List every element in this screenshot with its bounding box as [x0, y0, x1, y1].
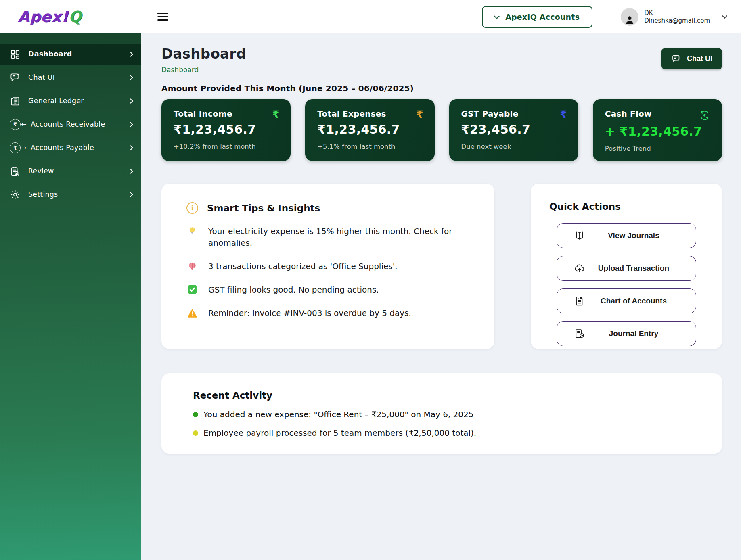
sidebar-item-chat-ui[interactable]: Chat UI — [0, 67, 141, 88]
activity-text: You added a new expense: "Office Rent – … — [203, 410, 473, 419]
chevron-right-icon — [128, 169, 133, 174]
recent-activity-panel: Recent Activity You added a new expense:… — [161, 373, 722, 454]
smart-tips-title: Smart Tips & Insights — [207, 203, 320, 213]
sidebar-item-general-ledger[interactable]: General Ledger — [0, 90, 141, 111]
book-icon — [574, 230, 585, 241]
chat-ui-button[interactable]: Chat UI — [661, 48, 722, 69]
app-root: Apex!Q Dashboard — [0, 0, 741, 560]
dashboard-grid-icon — [10, 49, 26, 60]
warning-icon — [186, 307, 198, 318]
rupee-arrow-right-icon: ₹ → — [10, 142, 28, 153]
stat-card-title: Total Expenses — [317, 109, 386, 119]
stat-card-total-income: Total Income ₹ ₹1,23,456.7 +10.2% from l… — [161, 99, 291, 161]
tip-text: Your electricity expense is 15% higher t… — [208, 226, 458, 249]
ledger-icon — [10, 96, 26, 107]
stat-card-cash-flow: Cash Flow ₹ + ₹1,23,456.7 Positive Trend — [593, 99, 722, 161]
tip-text: 3 transactions categorized as 'Office Su… — [208, 261, 398, 272]
tip-item: GST filing looks good. No pending action… — [186, 284, 473, 296]
check-icon — [186, 284, 198, 295]
logo[interactable]: Apex!Q — [0, 0, 141, 33]
sidebar-item-label: Dashboard — [28, 50, 129, 58]
chevron-down-icon — [722, 13, 727, 19]
user-email: Dineshka@gmail.com — [644, 17, 710, 25]
smart-tips-panel: i Smart Tips & Insights Your electricity… — [161, 184, 494, 349]
main-area: ApexIQ Accounts DK Dineshka@gmail.com Da… — [141, 0, 741, 560]
sidebar-item-label: Accounts Payable — [31, 144, 129, 152]
sidebar-item-label: Chat UI — [28, 73, 129, 81]
upload-transaction-button[interactable]: Upload Transaction — [557, 256, 696, 281]
page-title: Dashboard — [161, 46, 246, 62]
tip-text: GST filing looks good. No pending action… — [208, 284, 379, 296]
content: Dashboard Dashboard Chat UI Amount Provi… — [141, 33, 741, 560]
bulb-icon — [186, 226, 198, 236]
gear-icon — [10, 189, 26, 200]
sidebar-item-accounts-payable[interactable]: ₹ → Accounts Payable — [0, 137, 141, 158]
brain-icon — [186, 261, 198, 272]
quick-actions-title: Quick Actions — [549, 201, 722, 212]
stat-card-value: ₹23,456.7 — [461, 122, 567, 136]
chart-of-accounts-button[interactable]: Chart of Accounts — [557, 288, 696, 313]
rupee-arrow-left-icon: ₹ ← — [10, 119, 28, 130]
stat-card-value: + ₹1,23,456.7 — [605, 124, 711, 138]
tip-item: 3 transactions categorized as 'Office Su… — [186, 261, 473, 272]
stats-section-title: Amount Provided This Month (June 2025 – … — [161, 84, 722, 93]
user-info: DK Dineshka@gmail.com — [644, 9, 710, 25]
stat-card-total-expenses: Total Expenses ₹ ₹1,23,456.7 +5.1% from … — [305, 99, 434, 161]
hamburger-menu-icon[interactable] — [157, 13, 168, 21]
stat-card-note: +10.2% from last month — [174, 143, 279, 150]
stat-card-note: Positive Trend — [605, 145, 711, 153]
user-initials: DK — [644, 9, 710, 17]
chat-sparkle-icon — [10, 72, 26, 83]
tip-text: Reminder: Invoice #INV-003 is overdue by… — [208, 307, 411, 319]
recent-activity-title: Recent Activity — [193, 390, 706, 401]
chat-ui-button-label: Chat UI — [687, 54, 712, 63]
chevron-right-icon — [128, 98, 133, 104]
sidebar-item-settings[interactable]: Settings — [0, 184, 141, 205]
tip-item: Your electricity expense is 15% higher t… — [186, 226, 473, 249]
quick-action-label: Upload Transaction — [585, 264, 688, 273]
sidebar-nav: Dashboard Chat UI — [0, 44, 141, 207]
tip-item: Reminder: Invoice #INV-003 is overdue by… — [186, 307, 473, 319]
sidebar-item-dashboard[interactable]: Dashboard — [0, 44, 141, 65]
chevron-right-icon — [128, 75, 133, 80]
chevron-right-icon — [128, 192, 133, 197]
sidebar-item-review[interactable]: Review — [0, 161, 141, 182]
logo-text: Apex!Q — [18, 8, 82, 25]
stat-cards: Total Income ₹ ₹1,23,456.7 +10.2% from l… — [161, 99, 722, 161]
page-header: Dashboard Dashboard Chat UI — [161, 46, 722, 74]
accounts-dropdown[interactable]: ApexIQ Accounts — [482, 6, 592, 28]
stat-card-title: Total Income — [174, 109, 232, 119]
stat-card-value: ₹1,23,456.7 — [174, 122, 279, 136]
rupee-icon: ₹ — [416, 109, 423, 119]
user-menu[interactable]: DK Dineshka@gmail.com — [621, 8, 726, 26]
journal-entry-button[interactable]: Journal Entry — [557, 321, 696, 346]
sidebar: Apex!Q Dashboard — [0, 0, 141, 560]
topbar: ApexIQ Accounts DK Dineshka@gmail.com — [141, 0, 741, 33]
chevron-right-icon — [128, 122, 133, 127]
chevron-down-icon — [494, 13, 500, 19]
stat-card-gst-payable: GST Payable ₹ ₹23,456.7 Due next week — [449, 99, 578, 161]
activity-item: Employee payroll processed for 5 team me… — [193, 428, 706, 438]
document-icon — [574, 295, 585, 307]
chevron-right-icon — [128, 145, 133, 150]
rupee-cycle-icon: ₹ — [699, 109, 711, 121]
sidebar-item-label: Review — [28, 167, 129, 175]
rupee-icon: ₹ — [560, 109, 567, 119]
journal-entry-icon — [574, 328, 585, 339]
stat-card-title: GST Payable — [461, 109, 519, 119]
activity-dot — [193, 412, 198, 417]
stat-card-note: Due next week — [461, 143, 567, 150]
activity-item: You added a new expense: "Office Rent – … — [193, 410, 706, 419]
view-journals-button[interactable]: View Journals — [557, 223, 696, 248]
stat-card-title: Cash Flow — [605, 109, 652, 119]
clipboard-search-icon — [10, 166, 26, 177]
chat-sparkle-icon — [671, 54, 682, 64]
avatar — [621, 8, 638, 26]
chevron-right-icon — [128, 52, 133, 57]
sidebar-item-accounts-receivable[interactable]: ₹ ← Accounts Receivable — [0, 114, 141, 135]
breadcrumb[interactable]: Dashboard — [161, 66, 246, 74]
sidebar-item-label: Settings — [28, 190, 129, 199]
quick-action-label: View Journals — [585, 231, 688, 240]
quick-action-label: Chart of Accounts — [585, 297, 688, 305]
sidebar-item-label: General Ledger — [28, 97, 129, 105]
